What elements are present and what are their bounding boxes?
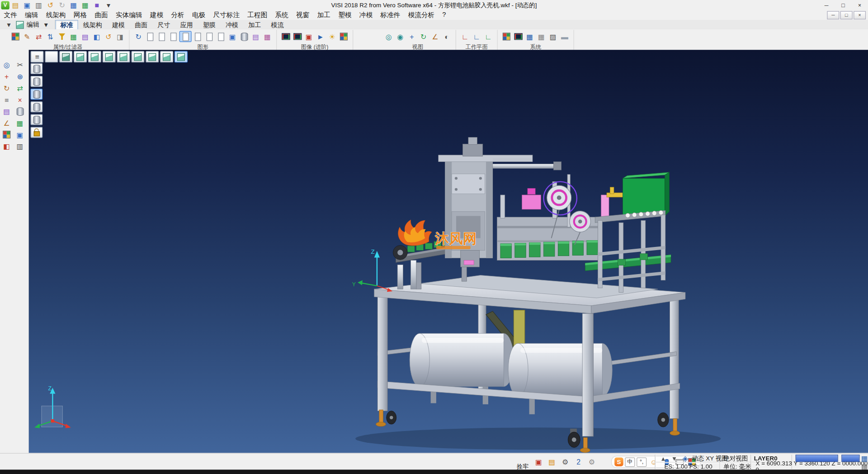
tab-item[interactable]: 冲模 [221, 20, 243, 29]
macro-gear-icon[interactable]: ⚙ [586, 457, 597, 467]
materials-icon[interactable] [338, 32, 349, 42]
menu-item[interactable]: ? [439, 10, 450, 20]
settings-gear-icon[interactable]: ⚙ [560, 457, 571, 467]
view-single-icon[interactable] [45, 51, 58, 63]
quick-select-icon[interactable]: ◨ [114, 32, 125, 42]
pan-view-icon[interactable]: + [406, 32, 417, 42]
minimize-button[interactable]: ─ [818, 0, 835, 10]
view-multi-icon[interactable] [59, 51, 72, 63]
doc-restore-button[interactable]: □ [840, 11, 853, 19]
menu-item[interactable]: 实体编辑 [112, 10, 146, 20]
view-dynamic-icon[interactable] [175, 51, 188, 63]
snapshot-icon[interactable]: ▣ [303, 32, 314, 42]
open-file-icon[interactable]: ▤ [10, 0, 21, 10]
lighting-icon[interactable]: ☀ [326, 32, 337, 42]
layer-filter-icon[interactable]: ▤ [80, 32, 90, 42]
grid-config-icon[interactable]: ▦ [524, 32, 535, 42]
tab-overflow-icon[interactable]: ▾ [3, 19, 14, 29]
layers-tool-icon[interactable]: ▤ [1, 106, 12, 116]
error-log-icon[interactable]: ▣ [533, 457, 544, 467]
palette-tool-icon[interactable] [1, 130, 12, 140]
trim-tool-icon[interactable]: ✂ [14, 60, 25, 70]
cube-view-icon[interactable]: ■ [91, 0, 102, 10]
tab-item[interactable]: 应用 [175, 20, 198, 29]
menu-item[interactable]: 编辑 [21, 10, 42, 20]
system-colors-icon[interactable] [501, 32, 512, 42]
transfer-attributes-icon[interactable]: ⇅ [45, 32, 56, 42]
menu-item[interactable]: 系统 [271, 10, 292, 20]
menu-item[interactable]: 工程图 [244, 10, 271, 20]
zoom-tool-icon[interactable]: ◎ [1, 60, 12, 70]
view-next-icon[interactable]: ▾ [669, 453, 679, 463]
view-front-icon[interactable] [103, 51, 116, 63]
entity-filter-icon[interactable] [57, 32, 67, 42]
sogou-logo-icon[interactable]: S [614, 457, 623, 466]
menu-item[interactable]: 曲面 [91, 10, 112, 20]
view-right-icon[interactable] [117, 51, 130, 63]
save-file-icon[interactable]: ▣ [22, 0, 33, 10]
display-list-2-icon[interactable] [156, 32, 167, 42]
screen-capture-icon[interactable]: ▦ [68, 0, 79, 10]
menu-item[interactable]: 文件 [0, 10, 21, 20]
view-iso-icon[interactable] [74, 51, 87, 63]
redo-icon[interactable]: ↻ [57, 0, 67, 10]
measure-view-icon[interactable]: ∠ [429, 32, 440, 42]
absolute-view-label[interactable]: 绝对视图 [723, 454, 748, 462]
menu-item[interactable]: 分析 [167, 10, 189, 20]
display-wire-icon[interactable] [30, 101, 42, 112]
menu-item[interactable]: 尺寸标注 [209, 10, 244, 20]
hidden-line-mode-icon[interactable] [204, 32, 215, 42]
ime-lang-icon[interactable]: 中 [625, 457, 635, 467]
animation-icon[interactable]: ► [315, 32, 326, 42]
menu-item[interactable]: 标准件 [377, 10, 404, 20]
menu-item[interactable]: 建模 [146, 10, 167, 20]
wireframe-mode-icon[interactable] [192, 32, 203, 42]
notes-icon[interactable]: ▤ [547, 457, 557, 467]
mirror-tool-icon[interactable]: ⇄ [14, 83, 25, 93]
ghost-mode-icon[interactable] [215, 32, 226, 42]
offset-tool-icon[interactable]: ≡ [1, 95, 12, 104]
tab-item[interactable]: 加工 [243, 20, 266, 29]
tab-item[interactable]: 曲面 [130, 20, 152, 29]
move-tool-icon[interactable]: + [1, 71, 12, 81]
display-list-1-icon[interactable] [145, 32, 156, 42]
color-filter-icon[interactable]: ▦ [68, 32, 79, 42]
menu-item[interactable]: 线架构 [42, 10, 70, 20]
view-prev-icon[interactable]: ▴ [658, 453, 669, 463]
quick-access-more-icon[interactable]: ▾ [103, 0, 114, 10]
zoom-extents-icon[interactable]: ◎ [383, 32, 394, 42]
display-list-icon[interactable] [30, 63, 42, 74]
type-filter-icon[interactable]: ◧ [91, 32, 102, 42]
menu-item[interactable]: 塑模 [335, 10, 356, 20]
undo-icon[interactable]: ↺ [45, 0, 56, 10]
doc-close-button[interactable]: × [854, 11, 866, 19]
tab-item[interactable]: 标准 [55, 20, 78, 29]
viewport-3d[interactable]: Z Y Z 沐风网 [29, 50, 868, 453]
view-mode-label[interactable]: 动态 XY 视图 [692, 454, 728, 462]
display-hidden-icon[interactable] [30, 114, 42, 125]
render-settings-icon[interactable] [292, 32, 302, 42]
tab-item[interactable]: 塑膜 [198, 20, 221, 29]
dynamic-view-icon[interactable]: ◈ [680, 453, 691, 463]
workplane-entity-icon[interactable]: ∟ [471, 32, 482, 42]
copy-tool-icon[interactable]: ▣ [14, 130, 25, 140]
hatch-config-icon[interactable]: ▨ [547, 32, 558, 42]
close-button[interactable]: × [851, 0, 868, 10]
maximize-button[interactable]: □ [835, 0, 852, 10]
snap-config-icon[interactable]: ▦ [536, 32, 547, 42]
tab-item[interactable]: 模流 [266, 20, 288, 29]
delete-tool-icon[interactable]: × [14, 95, 25, 104]
display-lock-icon[interactable] [30, 127, 42, 137]
rotate-view-icon[interactable]: ↻ [418, 32, 429, 42]
edit-attributes-icon[interactable]: ✎ [22, 32, 33, 42]
view-back-icon[interactable] [146, 51, 159, 63]
print-icon[interactable]: ▥ [33, 0, 44, 10]
display-solid-icon[interactable] [30, 76, 42, 87]
cylinder-tool-icon[interactable] [14, 106, 25, 116]
paint-tool-icon[interactable]: ◧ [1, 141, 12, 151]
menu-item[interactable]: 视窗 [292, 10, 314, 20]
rotate-tool-icon[interactable]: ↻ [1, 83, 12, 93]
texture-display-icon[interactable]: ▦ [262, 32, 273, 42]
menu-item[interactable]: 电极 [188, 10, 209, 20]
zoom-window-icon[interactable]: ◉ [395, 32, 406, 42]
